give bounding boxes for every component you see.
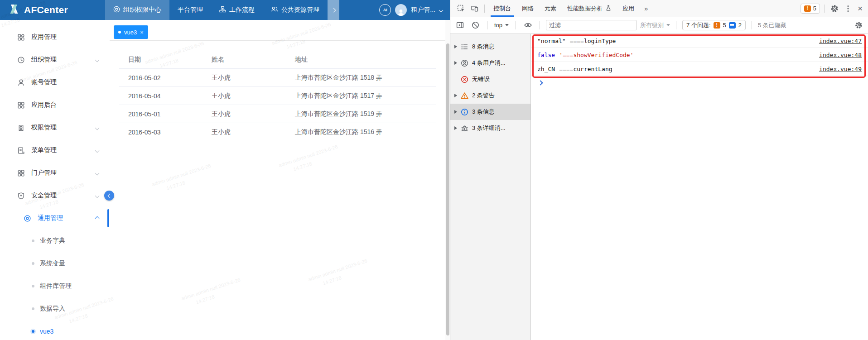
divider bbox=[487, 21, 487, 29]
close-devtools-icon[interactable]: × bbox=[856, 4, 864, 13]
console-message[interactable]: false '===showVerifiedCode' index.vue:48 bbox=[531, 48, 868, 62]
sidebar-item-label: 应用后台 bbox=[31, 101, 57, 109]
cell-date: 2016-05-03 bbox=[119, 129, 203, 136]
sidebar-subitem-data-import[interactable]: 数据导入 bbox=[0, 297, 109, 320]
message-badge-icon bbox=[729, 22, 736, 29]
user-badge-icon bbox=[17, 124, 25, 132]
console-prompt[interactable] bbox=[531, 76, 868, 90]
devtools-tab-elements[interactable]: 元素 bbox=[540, 0, 561, 17]
sidebar-item-label: 通用管理 bbox=[38, 214, 63, 222]
cell-name: 王小虎 bbox=[203, 128, 286, 136]
sidebar-subitem-component-library[interactable]: 组件库管理 bbox=[0, 275, 109, 297]
sidebar-item-security-management[interactable]: 安全管理 bbox=[0, 184, 109, 207]
devtools-tab-application[interactable]: 应用 bbox=[618, 0, 639, 17]
table-row[interactable]: 2016-05-04 王小虎 上海市普陀区金沙江路 1517 弄 bbox=[119, 87, 436, 105]
devtools-tab-console[interactable]: 控制台 bbox=[489, 0, 516, 17]
console-sidebar: 8 条消息 4 条用户消... bbox=[450, 34, 531, 340]
source-link[interactable]: index.vue:49 bbox=[819, 66, 862, 72]
sidebar-item-general-management[interactable]: 通用管理 bbox=[0, 207, 109, 230]
console-message[interactable]: zh_CN ====currentLang index.vue:49 bbox=[531, 62, 868, 76]
console-settings-gear-icon[interactable] bbox=[853, 19, 864, 31]
nav-item-public-resource[interactable]: 公共资源管理 bbox=[263, 0, 328, 20]
avatar[interactable] bbox=[395, 4, 407, 16]
tab-close-icon[interactable]: × bbox=[140, 29, 144, 35]
sidebar-item-org-management[interactable]: 组织管理 bbox=[0, 48, 109, 71]
table-row[interactable]: 2016-05-01 王小虎 上海市普陀区金沙江路 1519 弄 bbox=[119, 105, 436, 123]
more-tabs-icon[interactable]: » bbox=[641, 5, 651, 12]
filter-all-messages[interactable]: 8 条消息 bbox=[450, 38, 530, 55]
user-name[interactable]: 租户管... bbox=[411, 6, 435, 14]
sidebar-item-portal-management[interactable]: 门户管理 bbox=[0, 162, 109, 184]
nav-scroll-right-button[interactable] bbox=[328, 0, 339, 20]
nav-item-org-permission[interactable]: 组织权限中心 bbox=[105, 0, 169, 20]
nav-item-platform[interactable]: 平台管理 bbox=[169, 0, 211, 20]
sidebar-item-app-management[interactable]: 应用管理 bbox=[0, 26, 109, 48]
table-row[interactable]: 2016-05-03 王小虎 上海市普陀区金沙江路 1516 弄 bbox=[119, 123, 436, 141]
console-filter-input[interactable] bbox=[546, 20, 637, 30]
sidebar-subitem-vue3[interactable]: vue3 bbox=[0, 320, 109, 340]
app-main: vue3 × 日期 姓名 地址 2016-05-02 王小虎 上海市普陀区金沙江… bbox=[110, 20, 445, 340]
log-text: '===showVerifiedCode' bbox=[559, 52, 633, 58]
issues-summary[interactable]: 7 个问题: ! 5 2 bbox=[682, 20, 746, 30]
cell-name: 王小虎 bbox=[203, 110, 286, 118]
chevron-right-icon bbox=[331, 8, 336, 12]
sidebar-subitem-label: 系统变量 bbox=[40, 259, 65, 268]
sidebar-collapse-button[interactable] bbox=[104, 191, 114, 201]
sidebar-item-label: 应用管理 bbox=[31, 33, 57, 41]
ai-assistant-icon[interactable]: AI bbox=[379, 4, 391, 16]
sidebar-item-label: 账号管理 bbox=[31, 78, 57, 86]
devtools-tab-network[interactable]: 网络 bbox=[517, 0, 538, 17]
bullet-dot-icon bbox=[32, 285, 34, 287]
chevron-down-icon bbox=[95, 193, 100, 198]
sidebar-item-app-backend[interactable]: 应用后台 bbox=[0, 94, 109, 116]
sidebar-subitem-business-dictionary[interactable]: 业务字典 bbox=[0, 230, 109, 252]
settings-gear-icon[interactable] bbox=[829, 3, 840, 14]
sidebar-item-menu-management[interactable]: 菜单管理 bbox=[0, 139, 109, 162]
kebab-menu-icon[interactable] bbox=[842, 3, 854, 14]
expander-triangle-icon[interactable] bbox=[454, 45, 457, 48]
sidebar-item-permission-management[interactable]: 权限管理 bbox=[0, 116, 109, 139]
expander-triangle-icon[interactable] bbox=[454, 61, 457, 65]
filter-warnings[interactable]: 2 条警告 bbox=[450, 87, 530, 104]
table-row[interactable]: 2016-05-02 王小虎 上海市普陀区金沙江路 1518 弄 bbox=[119, 69, 436, 87]
chevron-down-icon[interactable] bbox=[439, 8, 444, 12]
expander-triangle-icon[interactable] bbox=[454, 110, 457, 114]
clear-console-icon[interactable] bbox=[469, 19, 481, 31]
nav-item-workflow[interactable]: 工作流程 bbox=[211, 0, 263, 20]
document-icon bbox=[17, 147, 25, 154]
sidebar-item-label: 门户管理 bbox=[31, 169, 57, 177]
devtools-panel: 控制台 网络 元素 性能数据分析 应用 » ! bbox=[450, 0, 868, 340]
console-sidebar-toggle-icon[interactable] bbox=[454, 19, 466, 31]
warning-icon bbox=[461, 92, 468, 100]
hidden-messages-label: 5 条已隐藏 bbox=[758, 21, 786, 29]
filter-errors[interactable]: 无错误 bbox=[450, 71, 530, 87]
inspect-element-icon[interactable] bbox=[455, 3, 467, 14]
tab-vue3[interactable]: vue3 × bbox=[114, 25, 148, 39]
column-header-date: 日期 bbox=[119, 56, 203, 64]
expander-triangle-icon[interactable] bbox=[454, 94, 457, 97]
devtools-tab-performance-insights[interactable]: 性能数据分析 bbox=[563, 0, 616, 17]
source-link[interactable]: index.vue:48 bbox=[819, 52, 862, 58]
sidebar-subitem-system-variables[interactable]: 系统变量 bbox=[0, 252, 109, 275]
execution-context-selector[interactable]: top bbox=[493, 22, 510, 29]
log-text: ====loginType bbox=[570, 38, 616, 44]
sidebar-item-account-management[interactable]: 账号管理 bbox=[0, 71, 109, 94]
app-vertical-scrollbar[interactable] bbox=[445, 20, 450, 340]
filter-user-messages[interactable]: 4 条用户消... bbox=[450, 55, 530, 71]
chevron-left-icon bbox=[108, 193, 112, 198]
scrollbar-thumb[interactable] bbox=[446, 43, 449, 335]
console-message[interactable]: "normal" ====loginType index.vue:47 bbox=[531, 34, 868, 48]
brand-name: AFCenter bbox=[24, 5, 68, 15]
filter-verbose[interactable]: 3 条详细消... bbox=[450, 120, 530, 136]
source-link[interactable]: index.vue:47 bbox=[819, 38, 862, 44]
log-levels-dropdown[interactable]: 所有级别 bbox=[640, 21, 670, 29]
sidebar-subitem-label: 业务字典 bbox=[40, 237, 65, 245]
brand[interactable]: AFCenter bbox=[0, 0, 105, 20]
expander-triangle-icon[interactable] bbox=[454, 126, 457, 130]
grid-icon bbox=[17, 169, 25, 177]
issues-counter[interactable]: ! 5 bbox=[800, 4, 820, 14]
device-toolbar-icon[interactable] bbox=[468, 3, 480, 14]
filter-info[interactable]: 3 条信息 bbox=[450, 104, 530, 120]
live-expression-eye-icon[interactable] bbox=[522, 19, 534, 31]
console-messages: "normal" ====loginType index.vue:47 fals… bbox=[531, 34, 868, 340]
